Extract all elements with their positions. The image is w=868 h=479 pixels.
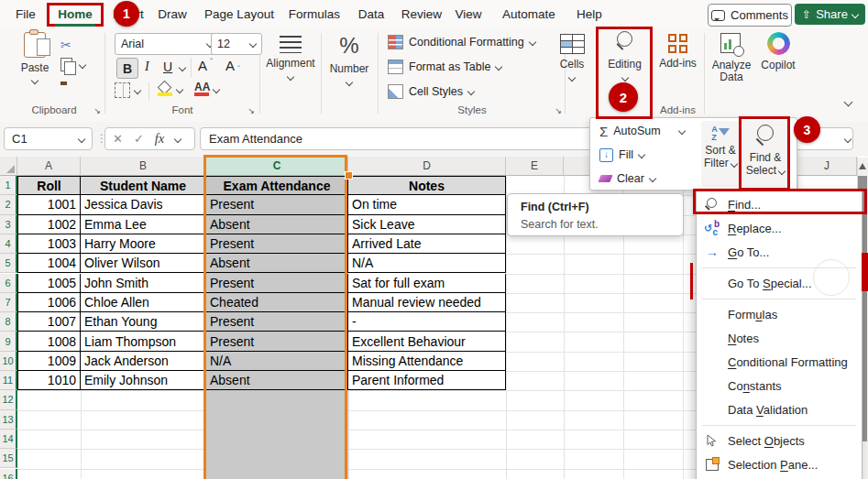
alignment-group-button[interactable]: Alignment [262,30,319,80]
chevron-down-icon[interactable] [287,73,294,81]
chevron-down-icon[interactable] [79,60,86,68]
table-cell[interactable]: Present [206,332,348,351]
styles-dialog-launcher-icon[interactable]: ↘ [555,106,562,115]
table-header-cell[interactable]: Student Name [81,176,206,195]
copilot-button[interactable]: Copilot [758,30,798,71]
table-cell[interactable]: John Smith [81,274,206,293]
name-box[interactable]: C1 [4,127,93,150]
table-cell[interactable]: N/A [206,352,348,371]
table-cell[interactable]: Liam Thompson [81,332,206,351]
chevron-down-icon[interactable] [638,151,645,158]
chevron-down-icon[interactable] [31,77,38,84]
chevron-down-icon[interactable] [649,175,656,182]
tab-help[interactable]: Help [572,0,607,27]
table-header-cell[interactable]: Notes [348,176,506,195]
table-cell[interactable]: Harry Moore [81,234,206,254]
expand-formula-bar-chevron-icon[interactable] [844,135,852,142]
paste-button[interactable]: Paste [13,30,57,83]
chevron-down-icon[interactable] [346,79,353,86]
analyze-data-button[interactable]: Analyze Data [706,30,757,83]
cell-styles-button[interactable]: Cell Styles [388,84,474,99]
clear-button[interactable]: Clear [599,167,655,191]
grow-font-button[interactable]: Aˆ [198,58,213,73]
format-as-table-button[interactable]: Format as Table [388,60,501,74]
font-name-select[interactable]: Arial [115,33,219,55]
table-cell[interactable]: 1002 [17,215,81,234]
collapse-ribbon-chevron-icon[interactable] [844,98,853,107]
cells-group-button[interactable]: Cells [550,30,594,81]
shrink-font-button[interactable]: Aˇ [225,58,240,73]
table-cell[interactable]: - [348,312,506,332]
menu-item-formulas[interactable]: Formulas [697,302,862,326]
menu-item-selection-pane[interactable]: Selection Pane... [697,452,862,476]
menu-item-select-objects[interactable]: Select Objects [697,429,862,452]
table-cell[interactable]: Chloe Allen [81,293,206,312]
row-header-8[interactable]: 8 [0,312,17,332]
table-cell[interactable]: On time [348,195,506,214]
table-cell[interactable]: Arrived Late [348,234,506,254]
clipboard-dialog-launcher-icon[interactable]: ↘ [93,106,101,115]
tab-view[interactable]: View [451,0,486,27]
tab-page-layout[interactable]: Page Layout [200,0,279,27]
tab-draw[interactable]: Draw [154,0,191,27]
row-header-4[interactable]: 4 [0,234,17,254]
table-cell[interactable]: Manual review needed [348,293,506,312]
table-header-cell[interactable]: Roll [17,176,81,195]
row-header-10[interactable]: 10 [0,352,17,371]
copy-button[interactable] [60,58,85,71]
table-cell[interactable]: N/A [348,254,506,273]
chevron-down-icon[interactable] [134,86,141,93]
sort-filter-button[interactable]: AZ Sort & Filter [701,121,740,187]
table-cell[interactable]: 1007 [17,312,81,332]
menu-item-notes[interactable]: Notes [697,326,862,350]
borders-button[interactable] [115,82,140,98]
column-header-B[interactable]: B [81,157,206,176]
table-cell[interactable]: Absent [206,254,348,273]
table-cell[interactable]: 1009 [17,352,81,371]
row-header-6[interactable]: 6 [0,274,17,293]
cut-button[interactable]: ✂ [60,37,71,53]
addins-button[interactable]: Add-ins [652,30,704,70]
chevron-down-icon[interactable] [568,74,576,82]
table-cell[interactable]: Excellent Behaviour [348,332,506,351]
underline-button[interactable]: U [163,60,172,74]
menu-item-conditional-formatting[interactable]: Conditional Formatting [697,350,862,374]
table-cell[interactable]: Jack Anderson [81,352,206,371]
fill-color-button[interactable] [158,82,182,96]
table-cell[interactable]: Emily Johnson [81,371,206,390]
table-cell[interactable]: Emma Lee [81,215,206,234]
column-header-J[interactable]: J [797,157,857,176]
table-cell[interactable]: Ethan Young [81,312,206,332]
table-cell[interactable]: Parent Informed [348,371,506,390]
menu-item-replace[interactable]: ↺bcReplace... [697,216,862,240]
row-header-1[interactable]: 1 [0,176,17,195]
table-cell[interactable]: Jessica Davis [81,195,206,214]
selection-handle[interactable] [345,171,353,180]
font-dialog-launcher-icon[interactable]: ↘ [247,106,255,115]
tab-review[interactable]: Review [398,0,445,27]
column-header-C[interactable]: C [206,157,348,176]
font-size-select[interactable]: 12 [211,33,262,55]
insert-function-icon[interactable]: fx [155,131,164,147]
autosum-button[interactable]: Σ AutoSum [599,119,685,143]
row-header-9[interactable]: 9 [0,332,17,351]
tab-file[interactable]: File [9,0,42,27]
row-header-16[interactable]: 16 [0,469,17,479]
tab-formulas[interactable]: Formulas [286,0,343,27]
menu-item-data-validation[interactable]: Data Validation [697,397,862,421]
table-cell[interactable]: 1001 [17,195,81,214]
table-cell[interactable]: 1008 [17,332,81,351]
menu-item-constants[interactable]: Constants [697,374,862,397]
row-header-5[interactable]: 5 [0,254,17,273]
cancel-icon[interactable]: ✕ [113,132,123,146]
chevron-down-icon[interactable] [176,85,183,93]
table-cell[interactable]: Missing Attendance [348,352,506,371]
share-button[interactable]: ⇧ Share [795,4,865,25]
table-cell[interactable]: 1003 [17,234,81,254]
comments-button[interactable]: Comments [708,4,792,27]
chevron-down-icon[interactable] [213,85,220,93]
conditional-formatting-button[interactable]: Conditional Formatting [388,35,535,49]
chevron-down-icon[interactable] [677,127,685,135]
table-cell[interactable]: 1004 [17,254,81,273]
table-cell[interactable]: Cheated [206,293,348,312]
